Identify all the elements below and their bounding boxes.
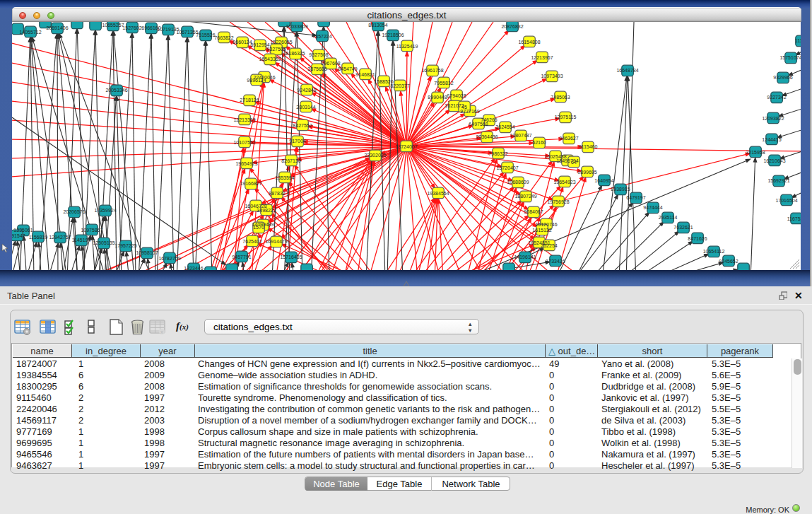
svg-text:7663822: 7663822 xyxy=(214,35,233,40)
svg-text:9327508: 9327508 xyxy=(309,52,328,57)
svg-text:2803144: 2803144 xyxy=(296,105,315,110)
svg-text:18807249: 18807249 xyxy=(514,194,536,199)
svg-text:10958107: 10958107 xyxy=(136,250,158,255)
svg-text:20206576: 20206576 xyxy=(63,209,85,214)
svg-text:9245652: 9245652 xyxy=(719,259,738,264)
svg-text:14055712: 14055712 xyxy=(19,30,41,35)
svg-text:20364436: 20364436 xyxy=(476,134,498,139)
svg-text:8660124: 8660124 xyxy=(233,40,252,45)
svg-text:19756928: 19756928 xyxy=(547,199,569,204)
svg-text:19654923: 19654923 xyxy=(235,161,257,166)
svg-text:9329966: 9329966 xyxy=(773,75,792,80)
svg-text:6479197: 6479197 xyxy=(626,195,645,200)
svg-text:9327505: 9327505 xyxy=(266,47,286,52)
svg-text:20691406: 20691406 xyxy=(46,25,68,30)
svg-text:12942757: 12942757 xyxy=(49,235,71,240)
svg-text:8471626: 8471626 xyxy=(688,236,707,241)
svg-text:1145194: 1145194 xyxy=(72,238,91,243)
svg-text:8427552: 8427552 xyxy=(293,123,312,128)
svg-text:7625402: 7625402 xyxy=(242,239,261,244)
svg-text:15751074: 15751074 xyxy=(779,55,801,60)
svg-text:8267130: 8267130 xyxy=(281,158,300,163)
svg-text:7515526: 7515526 xyxy=(196,33,215,37)
svg-text:2967608: 2967608 xyxy=(321,61,340,66)
svg-text:16210643: 16210643 xyxy=(763,158,785,163)
svg-text:10973493: 10973493 xyxy=(541,74,563,78)
svg-text:1570: 1570 xyxy=(253,225,264,230)
svg-text:6497568: 6497568 xyxy=(469,122,488,127)
svg-text:10671355: 10671355 xyxy=(176,30,198,35)
svg-text:1733426: 1733426 xyxy=(546,259,565,264)
svg-text:9146821: 9146821 xyxy=(355,72,375,77)
svg-text:17359924: 17359924 xyxy=(94,208,116,213)
svg-text:12505135: 12505135 xyxy=(93,240,114,245)
svg-text:8938915: 8938915 xyxy=(611,187,630,192)
svg-text:17016504: 17016504 xyxy=(775,198,797,203)
svg-text:10807487: 10807487 xyxy=(510,133,531,138)
svg-text:19166827: 19166827 xyxy=(240,181,261,186)
svg-text:45: 45 xyxy=(461,105,467,110)
svg-text:10654112: 10654112 xyxy=(703,249,725,254)
svg-text:16154808: 16154808 xyxy=(518,40,540,45)
svg-text:7632621: 7632621 xyxy=(673,225,693,230)
svg-text:8186325: 8186325 xyxy=(286,51,305,56)
svg-text:8813054: 8813054 xyxy=(368,23,387,28)
svg-text:17957225: 17957225 xyxy=(114,243,136,248)
svg-text:16120746: 16120746 xyxy=(535,222,557,227)
svg-text:16961758: 16961758 xyxy=(421,68,443,73)
svg-text:64: 64 xyxy=(571,160,577,165)
svg-text:7485063: 7485063 xyxy=(551,95,570,100)
svg-text:0899695: 0899695 xyxy=(577,170,596,175)
svg-text:x: x xyxy=(160,329,163,335)
svg-text:6794028: 6794028 xyxy=(447,93,466,98)
svg-text:8990448: 8990448 xyxy=(428,95,447,100)
svg-text:1244415: 1244415 xyxy=(762,137,781,142)
svg-text:1353594: 1353594 xyxy=(275,175,294,180)
svg-text:10975867: 10975867 xyxy=(81,228,102,233)
svg-text:16782759: 16782759 xyxy=(158,256,180,261)
svg-text:9896124: 9896124 xyxy=(247,78,266,83)
svg-text:23302035: 23302035 xyxy=(364,153,386,158)
svg-text:9242848: 9242848 xyxy=(297,88,316,93)
svg-text:20876832: 20876832 xyxy=(501,24,523,29)
svg-text:11125: 11125 xyxy=(795,38,801,43)
svg-text:10688609: 10688609 xyxy=(507,180,529,185)
svg-text:19384554: 19384554 xyxy=(427,191,449,196)
svg-text:12093822: 12093822 xyxy=(762,116,784,121)
svg-text:3875685: 3875685 xyxy=(307,66,326,71)
svg-text:7955812: 7955812 xyxy=(434,81,453,86)
svg-text:9084067: 9084067 xyxy=(524,209,543,214)
svg-text:2718126: 2718126 xyxy=(240,98,259,103)
svg-text:18724007: 18724007 xyxy=(395,144,417,149)
svg-text:12975115: 12975115 xyxy=(555,115,577,119)
svg-text:8454749: 8454749 xyxy=(338,66,357,71)
svg-text:15720407: 15720407 xyxy=(496,165,518,170)
svg-text:9474444: 9474444 xyxy=(643,205,662,210)
svg-text:15226055: 15226055 xyxy=(270,40,292,45)
svg-text:16914479: 16914479 xyxy=(265,239,287,244)
svg-text:1167534: 1167534 xyxy=(787,216,801,221)
svg-text:11325419: 11325419 xyxy=(396,44,418,49)
svg-text:1640954: 1640954 xyxy=(594,178,613,183)
svg-text:391547: 391547 xyxy=(12,233,25,238)
svg-text:15716485: 15716485 xyxy=(280,255,302,259)
svg-text:12213967: 12213967 xyxy=(531,55,553,60)
svg-text:3624554: 3624554 xyxy=(495,124,514,129)
svg-text:16543362: 16543362 xyxy=(259,57,281,62)
svg-text:9115460: 9115460 xyxy=(579,144,598,149)
svg-text:16033809: 16033809 xyxy=(286,24,307,29)
svg-text:8220377: 8220377 xyxy=(390,83,409,88)
svg-text:1527602: 1527602 xyxy=(122,25,141,30)
svg-text:19654923: 19654923 xyxy=(553,180,575,185)
svg-text:12213369: 12213369 xyxy=(233,117,255,122)
svg-text:7857224: 7857224 xyxy=(312,34,331,39)
svg-text:9227342: 9227342 xyxy=(767,95,786,100)
svg-text:15692921: 15692921 xyxy=(767,178,789,183)
svg-text:887832: 887832 xyxy=(269,191,285,196)
svg-text:1323446: 1323446 xyxy=(184,266,203,270)
svg-text:3498222: 3498222 xyxy=(257,208,276,213)
svg-text:252254: 252254 xyxy=(541,243,557,248)
svg-text:19218506: 19218506 xyxy=(382,33,404,37)
svg-text:10107552: 10107552 xyxy=(233,140,255,145)
svg-text:1615132: 1615132 xyxy=(532,228,551,233)
